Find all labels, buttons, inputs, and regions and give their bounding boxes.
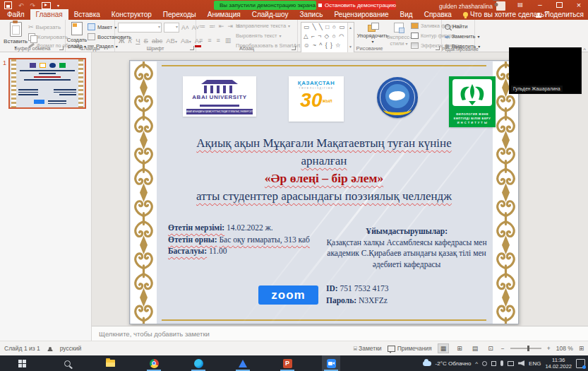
weather-text[interactable]: -2°C Облачно	[436, 360, 472, 367]
restore-button[interactable]	[552, 0, 566, 10]
tab-view[interactable]: Вид	[395, 9, 419, 20]
start-button[interactable]	[13, 355, 31, 371]
font-name-combo[interactable]	[118, 23, 162, 33]
underline-button[interactable]: Ч	[136, 37, 140, 45]
clipboard-dialog-launcher[interactable]	[59, 46, 64, 50]
language-status[interactable]: русский	[60, 345, 82, 352]
slide-canvas[interactable]: ABAI UNIVERSITY АБАЙ АТЫНДАҒЫ ҚАЗАҚ ҰЛТТ…	[129, 60, 519, 324]
fit-slide-button[interactable]: ⊞	[579, 345, 584, 352]
drawing-dialog-launcher[interactable]	[436, 46, 440, 50]
align-left-button[interactable]: ≡	[199, 37, 203, 44]
bold-button[interactable]: Ж	[119, 37, 125, 45]
notes-toggle-button[interactable]: ⌸ Заметки	[354, 345, 382, 353]
ribbon-display-options-button[interactable]: ▤	[513, 0, 527, 10]
zoom-slider-knob[interactable]	[527, 346, 529, 351]
zoom-out-button[interactable]: −	[501, 345, 505, 352]
tab-design[interactable]: Конструктор	[106, 9, 157, 20]
minimize-button[interactable]: –	[533, 0, 547, 10]
kazakhstan-30-years-logo: ҚАЗАҚСТАН ТӘУЕЛСІЗДІГІНЕ 30ЖЫЛ	[289, 76, 344, 122]
search-button[interactable]	[58, 355, 76, 371]
clear-format-button[interactable]: abc	[152, 37, 162, 45]
mini-zoom-chip	[34, 100, 44, 104]
clock[interactable]: 11:3614.02.2022	[545, 357, 572, 370]
app-triangle-button[interactable]	[234, 355, 252, 371]
align-text-button[interactable]: Выровнять текст ▾	[236, 33, 281, 39]
layout-icon	[88, 23, 95, 30]
tab-record[interactable]: Запись	[294, 9, 329, 20]
decrease-indent-button[interactable]: ⇤	[219, 23, 224, 30]
webcam-overlay[interactable]: Гульден Жашаралина	[510, 48, 581, 93]
paragraph-dialog-launcher[interactable]	[292, 46, 296, 50]
view-normal-button[interactable]: ▦	[438, 343, 450, 353]
notes-pane[interactable]: Щелкните, чтобы добавить заметки	[92, 326, 588, 341]
tab-transitions[interactable]: Переходы	[157, 9, 202, 20]
tab-review[interactable]: Рецензирование	[328, 9, 394, 20]
font-dialog-launcher[interactable]	[190, 46, 194, 50]
zoom-app-button[interactable]	[322, 355, 340, 371]
numbering-button[interactable]: ≕	[209, 23, 215, 30]
layout-button[interactable]: Макет ▾	[88, 23, 116, 30]
char-spacing-button[interactable]: АВ▾	[166, 37, 177, 45]
align-center-button[interactable]: ≡	[208, 37, 211, 44]
start-slideshow-icon[interactable]	[42, 2, 51, 9]
copy-button[interactable]: Копировать	[28, 33, 68, 41]
shapes-scroll-up-icon[interactable]: ▲	[349, 23, 353, 33]
find-button[interactable]: Найти	[445, 23, 467, 30]
tray-app-icon[interactable]	[482, 361, 487, 366]
align-right-button[interactable]: ≡	[217, 37, 220, 44]
edge-button[interactable]	[189, 355, 208, 371]
quick-styles-button[interactable]: Экспресс- стили ▾	[387, 23, 411, 47]
zoom-slider[interactable]	[510, 348, 541, 349]
tray-volume-icon[interactable]	[518, 360, 524, 366]
organizers-block[interactable]: Ұйымдастырушылар: Қазақстан халқы Ассамб…	[316, 226, 498, 270]
grow-font-icon[interactable]: А˄	[181, 24, 189, 31]
tab-file[interactable]: Файл	[1, 9, 30, 20]
slide-1-thumbnail[interactable]	[8, 58, 86, 109]
tab-help[interactable]: Справка	[419, 9, 457, 20]
comments-toggle-button[interactable]: Примечания	[388, 345, 432, 352]
bullets-button[interactable]: ≔	[199, 23, 205, 30]
language-indicator[interactable]: ENG	[529, 360, 541, 367]
tray-mic-icon[interactable]	[500, 360, 503, 366]
change-case-button[interactable]: Аа▾	[181, 37, 191, 45]
tray-cloud-icon[interactable]	[491, 361, 496, 366]
zoom-in-button[interactable]: +	[547, 345, 551, 352]
qat-customize-icon[interactable]: ▾	[57, 3, 59, 8]
zoom-level[interactable]: 108 %	[556, 345, 573, 352]
columns-button[interactable]: ▥	[225, 37, 232, 44]
view-sorter-button[interactable]: ⊞	[455, 344, 464, 353]
notification-center-button[interactable]	[576, 359, 585, 368]
tab-slideshow[interactable]: Слайд-шоу	[246, 9, 294, 20]
increase-indent-button[interactable]: ⇥	[228, 23, 234, 30]
font-size-combo[interactable]	[164, 23, 179, 33]
text-direction-button[interactable]: Направление текста ▾	[236, 23, 290, 29]
event-details[interactable]: Өтетін мерзімі: 14.02.2022 ж. Өтетін орн…	[168, 222, 310, 257]
view-reading-button[interactable]: ▤	[470, 344, 481, 353]
powerpoint-button[interactable]: P	[278, 355, 296, 371]
slide-title-block[interactable]: Ақиық ақын Мұқағали Мақатаевтың туған кү…	[160, 134, 488, 205]
italic-button[interactable]: К	[128, 37, 133, 45]
arrange-button[interactable]: Упорядочить ▾	[359, 23, 387, 45]
tray-display-icon[interactable]	[508, 361, 514, 366]
close-button[interactable]: ×	[572, 0, 586, 10]
redo-icon[interactable]: ↷	[30, 2, 36, 9]
file-explorer-button[interactable]	[101, 355, 119, 371]
share-button[interactable]: Поделиться	[535, 9, 584, 20]
view-slideshow-button[interactable]: ⊡	[486, 344, 496, 353]
tab-insert[interactable]: Вставка	[68, 9, 106, 20]
save-icon[interactable]	[4, 1, 12, 9]
cut-button[interactable]: ✂ Вырезать	[28, 23, 61, 30]
tray-expand-icon[interactable]: ^	[475, 360, 478, 367]
notes-placeholder[interactable]: Щелкните, чтобы добавить заметки	[99, 330, 210, 338]
weather-icon[interactable]	[423, 361, 431, 366]
thumbnail-number: 1	[3, 59, 6, 66]
replace-button[interactable]: ab Заменить ▾	[445, 33, 479, 40]
tab-home[interactable]: Главная	[30, 9, 68, 20]
chrome-button[interactable]	[145, 355, 163, 371]
tab-animations[interactable]: Анимация	[202, 9, 246, 20]
undo-icon[interactable]: ↶	[18, 2, 24, 9]
zoom-meeting-info[interactable]: ID: 751 7532 4173 Пароль: N3XFZz	[326, 283, 389, 307]
accessibility-icon[interactable]	[47, 346, 53, 352]
kz30-unit: ЖЫЛ	[322, 99, 332, 103]
strikethrough-button[interactable]: S	[144, 37, 148, 45]
